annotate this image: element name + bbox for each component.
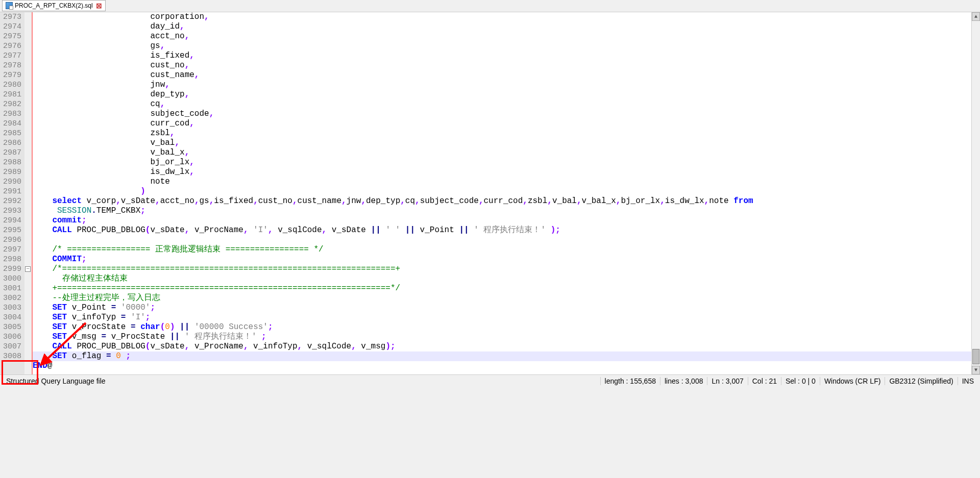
scroll-thumb[interactable] — [972, 349, 979, 364]
scroll-up-button[interactable]: ▲ — [972, 12, 980, 21]
status-encoding[interactable]: GB2312 (Simplified) — [885, 377, 957, 385]
status-sel: Sel : 0 | 0 — [781, 377, 820, 385]
status-eol[interactable]: Windows (CR LF) — [820, 377, 885, 385]
status-filetype: Structured Query Language file — [2, 377, 600, 385]
scroll-down-button[interactable]: ▼ — [972, 366, 980, 374]
tab-bar: PROC_A_RPT_CKBX(2).sql ⊠ — [0, 0, 980, 12]
code-area[interactable]: corporation, day_id, acct_no, gs, is_fix… — [33, 12, 971, 374]
status-length: length : 155,658 — [600, 377, 660, 385]
status-ln: Ln : 3,007 — [707, 377, 747, 385]
vertical-scrollbar[interactable]: ▲ ▼ — [971, 12, 980, 374]
editor[interactable]: 2973297429752976297729782979298029812982… — [0, 12, 980, 374]
line-gutter: 2973297429752976297729782979298029812982… — [0, 12, 24, 374]
status-lines: lines : 3,008 — [660, 377, 707, 385]
status-bar: Structured Query Language file length : … — [0, 374, 980, 387]
fold-column[interactable]: − — [24, 12, 32, 374]
file-tab[interactable]: PROC_A_RPT_CKBX(2).sql ⊠ — [2, 0, 106, 11]
file-icon — [6, 2, 13, 9]
status-col: Col : 21 — [748, 377, 781, 385]
status-ins[interactable]: INS — [958, 377, 978, 385]
close-icon[interactable]: ⊠ — [96, 2, 102, 10]
tab-filename: PROC_A_RPT_CKBX(2).sql — [15, 2, 93, 9]
